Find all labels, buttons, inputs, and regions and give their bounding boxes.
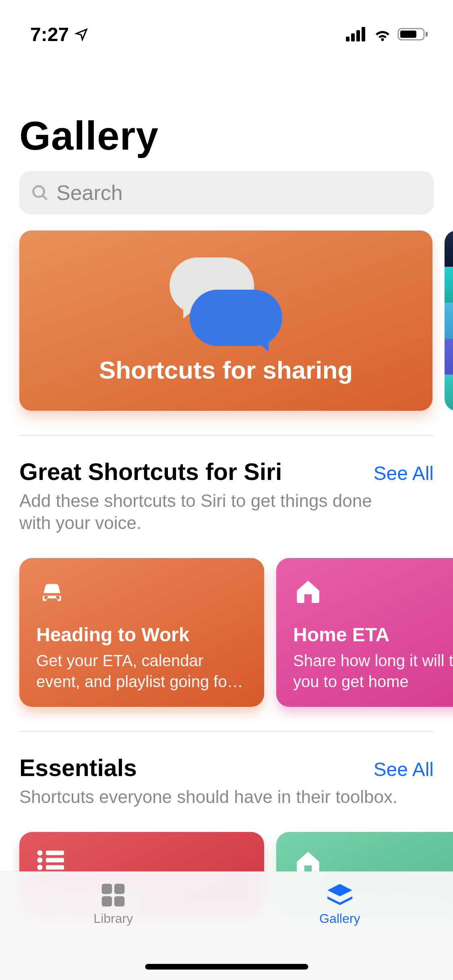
- section-title: Essentials: [19, 754, 137, 782]
- list-icon: [36, 848, 247, 872]
- cellular-icon: [346, 27, 368, 41]
- search-container: [0, 171, 453, 231]
- section-siri: Great Shortcuts for Siri See All Add the…: [0, 436, 453, 707]
- home-icon: [293, 574, 453, 609]
- wifi-icon: [372, 27, 393, 41]
- shortcut-title: Home ETA: [293, 624, 453, 646]
- svg-rect-12: [46, 858, 64, 863]
- section-subtitle: Add these shortcuts to Siri to get thing…: [19, 490, 402, 534]
- svg-point-7: [33, 186, 44, 197]
- svg-rect-2: [356, 30, 360, 41]
- svg-point-13: [37, 865, 42, 870]
- search-field[interactable]: [19, 171, 434, 214]
- svg-rect-10: [46, 851, 64, 855]
- shortcut-card-home-eta[interactable]: Home ETA Share how long it will take you…: [276, 558, 453, 707]
- svg-rect-14: [46, 865, 64, 870]
- page-title: Gallery: [0, 52, 453, 171]
- shortcut-desc: Get your ETA, calendar event, and playli…: [36, 651, 247, 691]
- svg-rect-0: [346, 37, 350, 41]
- library-grid-icon: [99, 881, 127, 909]
- search-icon: [31, 183, 49, 202]
- hero-title: Shortcuts for sharing: [99, 356, 353, 384]
- see-all-link[interactable]: See All: [374, 758, 434, 780]
- svg-rect-3: [362, 27, 365, 41]
- section-subtitle: Shortcuts everyone should have in their …: [19, 786, 402, 808]
- shortcut-desc: Share how long it will take you to get h…: [293, 651, 453, 691]
- status-indicators: [346, 27, 429, 41]
- hero-card-next[interactable]: [445, 231, 453, 411]
- battery-icon: [397, 27, 429, 41]
- home-indicator[interactable]: [145, 964, 308, 970]
- svg-point-11: [37, 857, 42, 863]
- shortcut-card-heading-to-work[interactable]: Heading to Work Get your ETA, calendar e…: [19, 558, 264, 707]
- svg-rect-1: [351, 33, 355, 41]
- search-input[interactable]: [56, 181, 422, 205]
- status-time: 7:27: [30, 23, 89, 45]
- time-text: 7:27: [30, 23, 69, 45]
- svg-rect-5: [400, 31, 416, 38]
- see-all-link[interactable]: See All: [374, 462, 434, 484]
- tab-label: Library: [93, 911, 133, 926]
- section-title: Great Shortcuts for Siri: [19, 458, 282, 486]
- status-bar: 7:27: [0, 0, 453, 52]
- location-arrow-icon: [74, 27, 89, 41]
- tab-label: Gallery: [319, 911, 360, 926]
- gallery-stack-icon: [325, 881, 355, 909]
- hero-card-sharing[interactable]: Shortcuts for sharing: [19, 231, 432, 411]
- svg-line-8: [43, 196, 47, 200]
- svg-rect-16: [114, 884, 125, 894]
- shortcut-title: Heading to Work: [36, 624, 247, 646]
- svg-rect-15: [102, 884, 112, 894]
- svg-point-9: [37, 850, 42, 855]
- svg-rect-6: [426, 32, 428, 37]
- svg-rect-18: [114, 896, 125, 907]
- siri-card-strip[interactable]: Heading to Work Get your ETA, calendar e…: [19, 558, 434, 707]
- chat-bubbles-icon: [170, 257, 282, 346]
- car-icon: [36, 574, 247, 609]
- hero-carousel[interactable]: Shortcuts for sharing: [0, 231, 453, 411]
- svg-rect-17: [102, 896, 112, 907]
